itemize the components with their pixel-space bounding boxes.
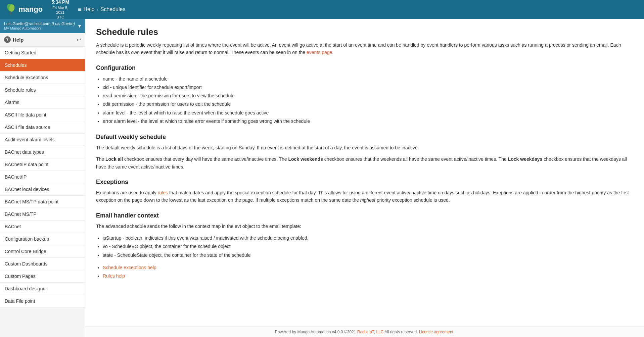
sidebar-item-schedule-exceptions[interactable]: Schedule exceptions [0,71,85,84]
sidebar-item-control-core-bridge[interactable]: Control Core Bridge [0,245,85,258]
sidebar-item-schedules[interactable]: Schedules [0,59,85,71]
sidebar-item-custom-pages[interactable]: Custom Pages [0,270,85,283]
lock-weekdays-text: Lock weekdays [508,156,543,162]
list-item: vo - ScheduleVO object, the container fo… [103,242,633,251]
sidebar-item-dashboard-designer[interactable]: Dashboard designer [0,283,85,295]
breadcrumb-help[interactable]: Help [84,6,95,12]
breadcrumb-area: ≡ Help › Schedules [73,6,639,13]
list-item: Rules help [103,272,633,280]
main-layout: Luis.Guette@radixiot.com (Luis Guette) M… [0,19,644,337]
user-bar: Luis.Guette@radixiot.com (Luis Guette) M… [0,19,85,33]
sidebar-item-ascii-file-data-source[interactable]: ASCII file data source [0,121,85,134]
configuration-list: name - the name of a schedulexid - uniqu… [103,75,633,126]
section-configuration-heading: Configuration [96,64,633,71]
sidebar: Luis.Guette@radixiot.com (Luis Guette) M… [0,19,85,337]
list-item: alarm level - the level at which to rais… [103,109,633,117]
logo-text: mango [18,5,43,14]
highest-italic: highest [360,197,375,203]
breadcrumb-current: Schedules [100,6,126,12]
top-header: mango 5:34 PM Fri Mar 5, 2021 UTC ≡ Help… [0,0,644,19]
sidebar-item-bacnet-mstp-data-point[interactable]: BACnet MS/TP data point [0,196,85,208]
help-link[interactable]: Rules help [103,273,125,279]
license-link[interactable]: License agreement [419,330,453,334]
help-back-icon[interactable]: ↩ [77,37,81,43]
help-label-text: Help [13,37,24,43]
page-title: Schedule rules [96,27,633,37]
sidebar-item-bacnet-mstp[interactable]: BACnet MS/TP [0,208,85,221]
sidebar-item-bacnet-local-devices[interactable]: BACnet local devices [0,183,85,196]
list-item: name - the name of a schedule [103,75,633,83]
sidebar-item-audit-event-alarm-levels[interactable]: Audit event alarm levels [0,134,85,146]
list-item: xid - unique identifier for schedule exp… [103,83,633,92]
time-display: 5:34 PM [48,0,73,5]
section-email-handler-heading: Email handler context [96,212,633,219]
user-subtitle: My Mango Automation [4,26,75,30]
email-handler-list: isStartup - boolean, indicates if this e… [103,234,633,259]
list-item: error alarm level - the level at which t… [103,117,633,126]
email-handler-para: The advanced schedule sends the follow i… [96,223,633,230]
sidebar-item-schedule-rules[interactable]: Schedule rules [0,84,85,96]
sidebar-item-bacnet[interactable]: BACnet [0,221,85,233]
sidebar-item-custom-dashboards[interactable]: Custom Dashboards [0,258,85,270]
sidebar-item-getting-started[interactable]: Getting Started [0,47,85,59]
footer-text: Powered by Mango Automation v4.0.0 ©2021 [275,330,357,334]
sidebar-item-alarms[interactable]: Alarms [0,96,85,109]
footer-text2: All rights reserved. [383,330,419,334]
list-item: Schedule exceptions help [103,263,633,272]
breadcrumb-separator: › [96,6,98,12]
sidebar-item-bacnet-data-types[interactable]: BACnet data types [0,146,85,158]
radixiot-link[interactable]: Radix IoT, LLC [357,330,384,334]
list-item: edit permission - the permission for use… [103,100,633,108]
footer: Powered by Mango Automation v4.0.0 ©2021… [85,327,644,337]
weekly-schedule-para2: The Lock all checkbox ensures that every… [96,155,633,171]
user-dropdown-icon[interactable]: ▾ [78,23,81,29]
sidebar-item-configuration-backup[interactable]: Configuration backup [0,233,85,245]
section-weekly-schedule-heading: Default weekly schedule [96,134,633,141]
help-link[interactable]: Schedule exceptions help [103,265,156,270]
sidebar-item-bacnetip-data-point[interactable]: BACnet/IP data point [0,158,85,171]
list-item: isStartup - boolean, indicates if this e… [103,234,633,242]
list-item: state - ScheduleState object, the contai… [103,251,633,259]
footer-text3: . [453,330,454,334]
help-question-icon: ? [4,36,11,43]
help-header: ? Help ↩ [0,33,85,47]
mango-logo [5,4,16,15]
sidebar-item-ascii-file-data-point[interactable]: ASCII file data point [0,109,85,121]
exceptions-para: Exceptions are used to apply rules that … [96,189,633,204]
help-links-list: Schedule exceptions helpRules help [103,263,633,280]
clock-area: 5:34 PM Fri Mar 5, 2021 UTC [48,0,73,20]
user-email: Luis.Guette@radixiot.com (Luis Guette) [4,21,75,26]
intro-paragraph: A schedule is a periodic weekly repeatin… [96,41,633,56]
sidebar-nav[interactable]: Getting StartedSchedulesSchedule excepti… [0,47,85,337]
rules-link[interactable]: rules [158,190,168,195]
list-item: read permission - the permission for use… [103,92,633,100]
logo-area: mango 5:34 PM Fri Mar 5, 2021 UTC [5,0,73,20]
sidebar-item-bacnetip[interactable]: BACnet/IP [0,171,85,183]
events-page-link[interactable]: events page [307,50,332,55]
lock-all-text: Lock all [105,156,123,162]
weekly-schedule-para1: The default weekly schedule is a list of… [96,144,633,151]
sidebar-item-data-file-point[interactable]: Data File point [0,295,85,307]
lock-weekends-text: Lock weekends [288,156,323,162]
content-area: Schedule rules A schedule is a periodic … [85,19,644,327]
section-exceptions-heading: Exceptions [96,179,633,186]
menu-icon[interactable]: ≡ [78,6,82,13]
date-display: Fri Mar 5, 2021 [48,5,73,15]
